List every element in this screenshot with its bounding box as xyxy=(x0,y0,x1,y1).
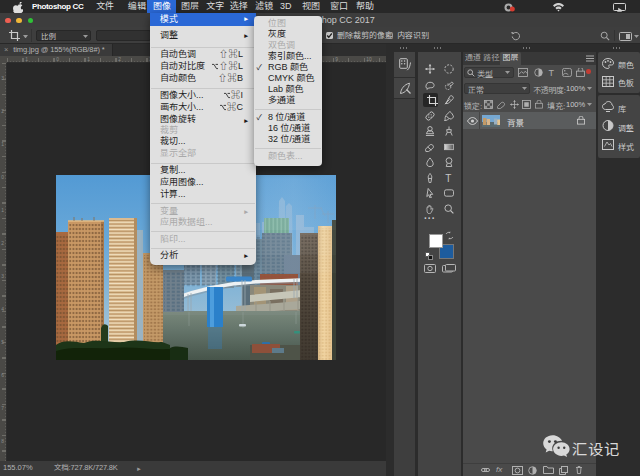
svg-text:T: T xyxy=(445,173,451,183)
